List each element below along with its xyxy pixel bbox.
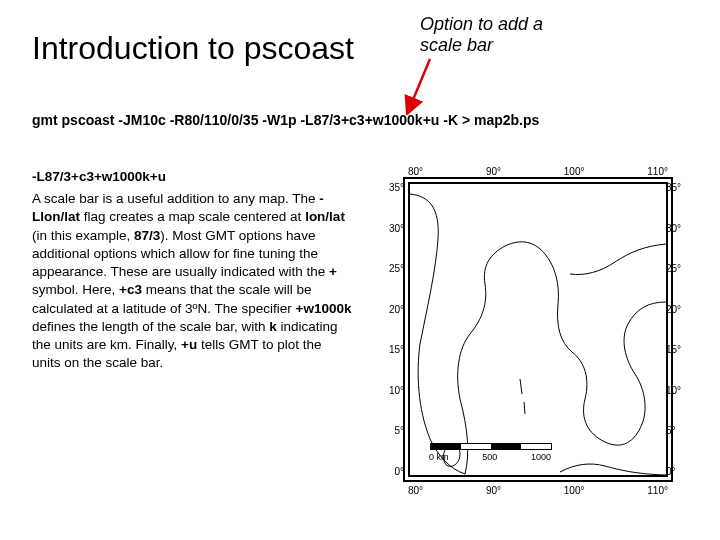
lon-tick: 100° [564, 485, 585, 496]
lat-tick: 25° [666, 263, 681, 274]
lat-tick: 35° [666, 182, 681, 193]
explanation-paragraph: A scale bar is a useful addition to any … [32, 190, 352, 372]
lat-tick: 30° [389, 223, 404, 234]
option-heading: -L87/3+c3+w1000k+u [32, 168, 352, 186]
lat-tick: 10° [666, 385, 681, 396]
lat-tick: 10° [389, 385, 404, 396]
flag-plus: + [329, 264, 337, 279]
flag-c3: +c3 [119, 282, 142, 297]
lon-tick: 110° [647, 485, 668, 496]
lon-labels-top: 80° 90° 100° 110° [408, 166, 668, 177]
lon-tick: 110° [647, 166, 668, 177]
map-figure: 80° 90° 100° 110° 35° 30° 25° 20° 15° 10… [380, 170, 690, 495]
lat-tick: 30° [666, 223, 681, 234]
lat-tick: 15° [389, 344, 404, 355]
text-run: defines the length of the scale bar, wit… [32, 319, 269, 334]
command-line: gmt pscoast -JM10c -R80/110/0/35 -W1p -L… [32, 112, 539, 128]
text-run: flag creates a map scale centered at [80, 209, 305, 224]
scale-tick: 1000 [531, 452, 551, 462]
arrow-icon [402, 55, 442, 115]
flag-w1000k: +w1000k [296, 301, 352, 316]
lat-tick: 35° [389, 182, 404, 193]
lon-tick: 90° [486, 485, 501, 496]
lat-tick: 0° [394, 466, 404, 477]
scale-bar-ticks: 0 km 500 1000 [429, 452, 551, 462]
lat-labels-right: 35° 30° 25° 20° 15° 10° 5° 0° [666, 182, 690, 477]
map-scale-bar: 0 km 500 1000 [430, 443, 560, 461]
command-prefix: gmt pscoast -JM10c -R80/110/0/35 -W1p [32, 112, 300, 128]
lat-tick: 20° [389, 304, 404, 315]
scale-bar-segments [430, 443, 552, 450]
svg-line-0 [410, 59, 430, 107]
page-title: Introduction to pscoast [32, 30, 354, 67]
scale-tick: 0 km [429, 452, 449, 462]
flag-u: +u [181, 337, 197, 352]
text-run: (in this example, [32, 228, 134, 243]
explanation-body: -L87/3+c3+w1000k+u A scale bar is a usef… [32, 168, 352, 372]
lat-tick: 15° [666, 344, 681, 355]
slide: Introduction to pscoast Option to add a … [0, 0, 720, 540]
lon-tick: 90° [486, 166, 501, 177]
command-highlight: -L87/3+c3+w1000k+u [300, 112, 439, 128]
lat-tick: 25° [389, 263, 404, 274]
lat-tick: 20° [666, 304, 681, 315]
annotation-line-1: Option to add a [420, 14, 543, 34]
map-frame: 0 km 500 1000 [408, 182, 668, 477]
command-suffix: -K > map2b.ps [439, 112, 539, 128]
text-run: A scale bar is a useful addition to any … [32, 191, 319, 206]
lon-tick: 80° [408, 485, 423, 496]
lat-labels-left: 35° 30° 25° 20° 15° 10° 5° 0° [380, 182, 404, 477]
scale-tick: 500 [482, 452, 497, 462]
annotation-line-2: scale bar [420, 35, 493, 55]
lon-tick: 100° [564, 166, 585, 177]
text-run: symbol. Here, [32, 282, 119, 297]
lat-tick: 5° [394, 425, 404, 436]
lon-labels-bottom: 80° 90° 100° 110° [408, 485, 668, 496]
scale-bar-annotation: Option to add a scale bar [420, 14, 580, 55]
flag-lonlat: lon/lat [305, 209, 345, 224]
flag-k: k [269, 319, 277, 334]
flag-87-3: 87/3 [134, 228, 160, 243]
lon-tick: 80° [408, 166, 423, 177]
coastline-icon [410, 184, 666, 475]
